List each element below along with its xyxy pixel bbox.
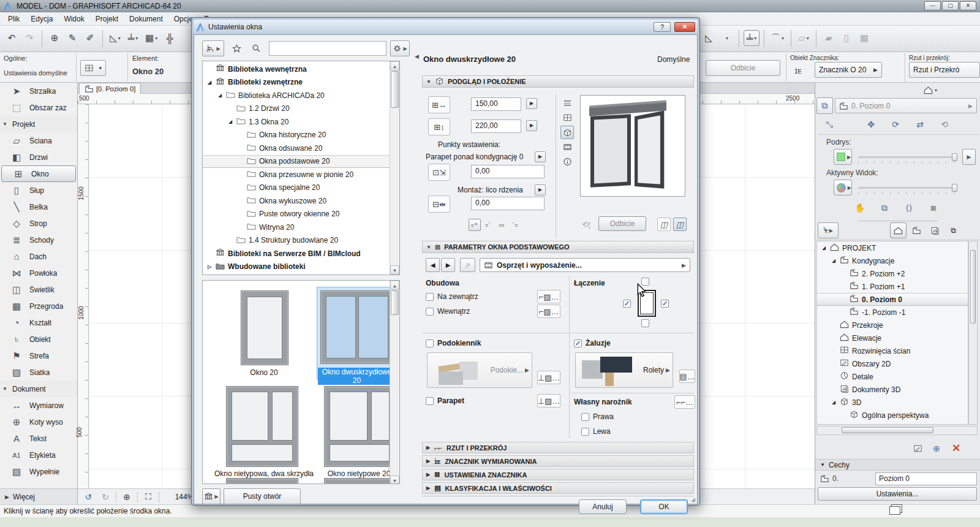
navigator-horizontal-scrollbar[interactable] — [816, 426, 978, 435]
plan-section-combo[interactable]: Rzut i Przekró — [909, 62, 980, 78]
section-znacznik-wymiarowania[interactable]: ▶ɪ̇ᴇZNACZNIK WYMIAROWANIA — [422, 455, 694, 467]
triangle-expanded-icon[interactable]: ◢ — [831, 258, 837, 264]
anchor-custom-button[interactable]: ˙▫ — [509, 219, 521, 231]
tree-item-1-2-drzwi-20[interactable]: 1.2 Drzwi 20 — [203, 102, 390, 116]
virtual-trace-icon[interactable]: ▯ — [839, 30, 854, 46]
drag-element-icon[interactable]: ⤡ — [821, 117, 837, 132]
triangle-expanded-icon[interactable]: ◢ — [206, 80, 213, 85]
blinds-checkbox[interactable]: ✓Żaluzje — [574, 339, 611, 347]
opening-right-button[interactable]: ◫ — [673, 218, 687, 231]
inject-parameters-icon[interactable]: ✐ — [82, 30, 98, 46]
corner-right-checkbox[interactable]: Prawa — [581, 412, 614, 421]
join-left-checkbox[interactable]: ✓ — [623, 300, 631, 308]
window-stack-icon[interactable] — [889, 506, 900, 515]
section-klasyfikacja-i-w-a-ciwo-ci[interactable]: ▶▤KLASYFIKACJA I WŁAŚCIWOŚCI — [422, 482, 694, 494]
triangle-expanded-icon[interactable]: ◢ — [217, 93, 223, 98]
toolbox-item-tekst[interactable]: ATekst — [0, 430, 77, 447]
params-page-dropdown[interactable]: Osprzęt i wyposażenie... ▶ — [480, 258, 690, 272]
casing-inside-settings-button[interactable]: ⌐▨… — [537, 305, 560, 318]
toolbox-item-wype-nie[interactable]: ▧Wypełnie — [0, 463, 77, 480]
tree-item-detale[interactable]: Detale — [817, 370, 968, 383]
dialog-help-button[interactable]: ? — [654, 22, 671, 32]
toolbox-item-siatka[interactable]: ▨Siatka — [0, 364, 77, 381]
coordinates-dropdown[interactable]: ▦▾ — [143, 30, 160, 46]
toolbox-item-dach[interactable]: ⌂Dach — [0, 248, 77, 265]
tree-item-okna-historyczne-20[interactable]: Okna historyczne 20 — [203, 129, 390, 142]
tree-item-okna-odsuwane-20[interactable]: Okna odsuwane 20 — [203, 142, 390, 155]
ok-button[interactable]: OK — [640, 499, 688, 514]
copy-trace-icon[interactable]: ⧉ — [876, 200, 892, 215]
section-basic-window-params[interactable]: ▼⊠ PARAMETRY OKNA PODSTAWOWEGO — [422, 241, 694, 253]
toolbox-item-strefa[interactable]: ⚑Strefa — [0, 347, 77, 364]
preview-info-icon[interactable] — [560, 155, 574, 169]
library-part-partial-2[interactable] — [324, 478, 394, 484]
tree-item-wbudowane-biblioteki[interactable]: ▷Wbudowane biblioteki — [203, 260, 390, 274]
tree-item-puste-otwory-okienne-20[interactable]: Puste otwory okienne 20 — [203, 208, 390, 221]
dialog-titlebar[interactable]: Ustawienia okna ? ✕ — [194, 20, 698, 34]
special-snap-dropdown[interactable]: ⌒▾ — [769, 30, 786, 46]
drag-trace-icon[interactable]: ✋ — [852, 200, 868, 215]
corner-left-checkbox[interactable]: Lewa — [581, 427, 611, 436]
properties-expander[interactable]: ▼ Cechy — [815, 459, 980, 471]
tree-item-elewacje[interactable]: Elewacje — [817, 332, 968, 344]
library-manager-button[interactable]: ▶ — [202, 488, 221, 504]
tree-item-projekt[interactable]: ◢PROJEKT — [817, 241, 968, 254]
mirror-element-icon[interactable]: ⇄ — [912, 117, 928, 132]
move-element-icon[interactable]: ✥ — [863, 117, 879, 132]
pick-up-parameters-icon[interactable]: ✎ — [64, 30, 80, 46]
transfer-settings-button[interactable]: ⇗ — [460, 258, 475, 272]
join-bottom-checkbox[interactable] — [641, 319, 649, 327]
undo-icon[interactable]: ↶ — [4, 30, 20, 46]
active-view-opacity-slider[interactable] — [858, 187, 955, 189]
maximize-button[interactable]: ▢ — [942, 1, 959, 10]
close-button[interactable]: ✕ — [960, 1, 976, 10]
toolbox-more-expander[interactable]: ▶ Więcej — [0, 488, 78, 504]
anchor-top-button[interactable]: ▫⁺ — [469, 219, 481, 231]
new-folder-icon[interactable]: ⊕ — [929, 442, 944, 455]
fit-in-window-icon[interactable]: ⛶ — [141, 491, 155, 502]
cancel-button[interactable]: Anuluj — [579, 499, 627, 514]
sill-height-field[interactable]: 0,00 — [471, 165, 545, 178]
angle-bisector-icon[interactable]: ◺ — [701, 30, 717, 46]
width-menu-button[interactable]: ▶ — [526, 98, 537, 109]
project-chooser-button[interactable]: ⏧▶ — [818, 222, 839, 238]
search-icon[interactable] — [248, 40, 264, 56]
tree-item-biblioteki-zewn-trzne[interactable]: ◢Biblioteki zewnętrzne — [203, 76, 390, 89]
toolbox-item-wymiarow[interactable]: ↔Wymiarow — [0, 397, 77, 414]
sill-board-checkbox[interactable]: Podokiennik — [426, 339, 481, 347]
sill-menu-button[interactable]: ▶ — [535, 151, 546, 162]
tree-item-obszary-2d[interactable]: Obszary 2D — [817, 357, 968, 370]
tree-item-biblioteka-archicada-20[interactable]: ◢Biblioteka ARCHICADa 20 — [203, 89, 390, 102]
tab-publisher[interactable]: ⧉ — [945, 222, 962, 238]
dialog-close-button[interactable]: ✕ — [674, 22, 695, 32]
toolbox-item-strza-ka[interactable]: ➤Strzałka — [0, 83, 77, 99]
navigator-tree-scrollbar[interactable] — [968, 241, 978, 425]
guide-lines-dropdown[interactable]: ◺▾ — [107, 30, 123, 46]
part-3d-preview[interactable] — [580, 95, 685, 197]
zoom-select-icon[interactable]: ⊕ — [47, 30, 62, 46]
join-right-checkbox[interactable]: ✓ — [661, 300, 669, 308]
toolbox-item-pow-oka[interactable]: ⋈Powłoka — [0, 265, 77, 281]
trace-opacity-slider[interactable] — [858, 156, 955, 158]
menu-edycja[interactable]: Edycja — [25, 13, 58, 25]
tree-item-biblioteki-na-serwerze-bim-bimcloud[interactable]: Biblioteki na Serwerze BIM / BIMcloud — [203, 247, 390, 260]
toolbox-item-kszta-t[interactable]: ◔Kształt — [0, 314, 77, 331]
toolbox-item-wietlik[interactable]: ◫Świetlik — [0, 281, 77, 298]
tree-item-3d[interactable]: ◢3D — [817, 396, 968, 409]
triangle-expanded-icon[interactable]: ◢ — [821, 245, 827, 251]
toolbox-item-ciana[interactable]: ▱Ściana — [0, 132, 77, 149]
preview-section-view-icon[interactable] — [560, 96, 574, 110]
toolbox-item-s-up[interactable]: ▯Słup — [0, 182, 77, 199]
library-part-partial-1[interactable] — [226, 478, 298, 484]
sill-board-settings-button[interactable]: ⊥▨… — [537, 371, 560, 384]
constraint-dropdown[interactable]: ▾ — [718, 30, 734, 46]
resize-grip[interactable]: ◢ — [691, 496, 695, 502]
view-settings-icon[interactable] — [910, 442, 925, 455]
toolbox-item-obiekt[interactable]: ♄Obiekt — [0, 331, 77, 347]
zoom-previous-icon[interactable]: ↺ — [81, 492, 95, 502]
tree-item-okna-wykuszowe-20[interactable]: Okna wykuszowe 20 — [203, 194, 390, 208]
menu-plik[interactable]: Plik — [2, 13, 25, 25]
toolbox-group-projekt[interactable]: ▼Projekt — [0, 116, 77, 132]
edit-plane-dropdown[interactable]: ▱▾ — [796, 30, 812, 46]
floor-plan-tab[interactable]: [0. Poziom 0] — [79, 83, 141, 94]
